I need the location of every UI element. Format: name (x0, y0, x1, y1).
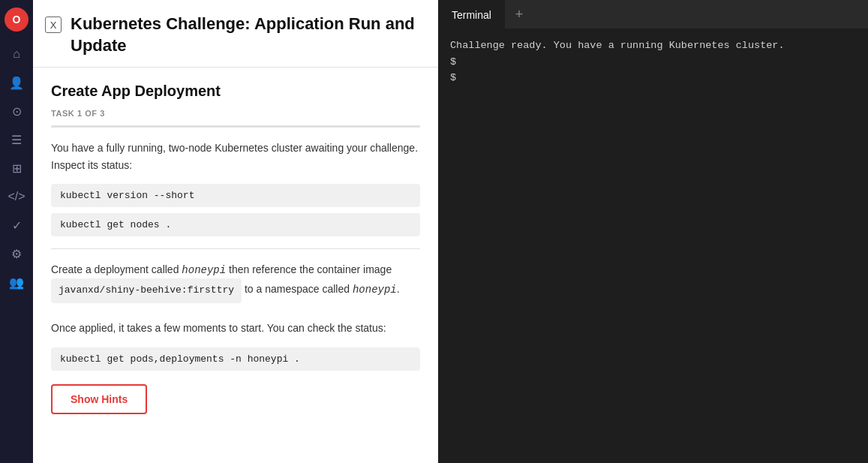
terminal-tabs: Terminal + (438, 0, 868, 29)
sidebar-item-list[interactable]: ☰ (5, 128, 29, 152)
sidebar: O ⌂ 👤 ⊙ ☰ ⊞ </> ✓ ⚙ 👥 (0, 0, 33, 463)
main-panel: X Kubernetes Challenge: Application Run … (33, 0, 438, 463)
terminal-line-2: $ (450, 54, 856, 71)
sidebar-item-home[interactable]: ⌂ (5, 42, 29, 66)
container-image: javanxd/shiny-beehive:firsttry (51, 278, 242, 303)
description-2-before: Create a deployment called (51, 263, 182, 275)
sidebar-logo[interactable]: O (5, 8, 29, 32)
description-3: Once applied, it takes a few moments to … (51, 320, 420, 336)
deployment-name: honeypi (182, 264, 226, 276)
panel-header: X Kubernetes Challenge: Application Run … (33, 0, 438, 68)
panel-title: Kubernetes Challenge: Application Run an… (71, 14, 423, 56)
sidebar-item-code[interactable]: </> (5, 185, 29, 209)
description-2-mid: then reference the container image (226, 263, 392, 275)
command-3[interactable]: kubectl get pods,deployments -n honeypi … (51, 347, 420, 371)
terminal-add-button[interactable]: + (508, 3, 530, 26)
panel-content: Create App Deployment TASK 1 OF 3 You ha… (33, 68, 438, 431)
sidebar-item-gear[interactable]: ⚙ (5, 242, 29, 266)
description-2: Create a deployment called honeypi then … (51, 261, 420, 309)
sidebar-item-people[interactable]: 👥 (5, 270, 29, 294)
description-2-end: to a namespace called (242, 283, 353, 295)
description-2-period: . (397, 283, 400, 295)
divider-1 (51, 248, 420, 249)
command-2[interactable]: kubectl get nodes . (51, 213, 420, 236)
terminal-panel: Terminal + Challenge ready. You have a r… (438, 0, 868, 463)
terminal-body[interactable]: Challenge ready. You have a running Kube… (438, 29, 868, 463)
sidebar-item-settings[interactable]: ⊙ (5, 99, 29, 123)
terminal-line-1: Challenge ready. You have a running Kube… (450, 38, 856, 54)
sidebar-item-badge[interactable]: ✓ (5, 213, 29, 237)
sidebar-item-calendar[interactable]: ⊞ (5, 156, 29, 180)
task-label: TASK 1 OF 3 (51, 109, 420, 118)
task-progress-bar (51, 125, 420, 128)
terminal-tab[interactable]: Terminal (438, 0, 505, 29)
namespace-name: honeypi (353, 284, 397, 296)
close-button[interactable]: X (45, 17, 62, 33)
terminal-line-3: $ (450, 70, 856, 86)
section-title: Create App Deployment (51, 83, 420, 100)
sidebar-item-user[interactable]: 👤 (5, 71, 29, 95)
command-1[interactable]: kubectl version --short (51, 184, 420, 207)
show-hints-button[interactable]: Show Hints (51, 384, 147, 414)
description-1: You have a fully running, two-node Kuber… (51, 140, 420, 173)
